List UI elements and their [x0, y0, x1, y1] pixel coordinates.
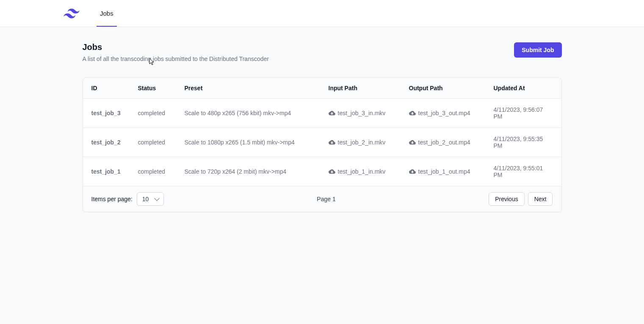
- input-path-text: test_job_2_in.mkv: [338, 139, 386, 146]
- cell-input: test_job_2_in.mkv: [320, 128, 401, 157]
- table-footer: Items per page: 10 Page 1 Previous Next: [83, 186, 561, 212]
- items-per-page-select[interactable]: 10: [137, 192, 164, 206]
- jobs-card: ID Status Preset Input Path Output Path …: [83, 78, 562, 212]
- previous-button[interactable]: Previous: [489, 192, 524, 206]
- logo[interactable]: [64, 0, 80, 27]
- table-row: test_job_1 completed Scale to 720p x264 …: [83, 157, 561, 186]
- cell-preset: Scale to 480p x265 (756 kbit) mkv->mp4: [176, 99, 320, 128]
- cell-updated: 4/11/2023, 9:56:07 PM: [485, 99, 561, 128]
- cell-status: completed: [130, 99, 176, 128]
- cell-output: test_job_3_out.mp4: [401, 99, 485, 128]
- cloud-download-icon[interactable]: [329, 110, 335, 116]
- page-title: Jobs: [83, 42, 269, 52]
- col-header-input: Input Path: [320, 78, 401, 99]
- tab-jobs[interactable]: Jobs: [97, 0, 117, 27]
- next-button[interactable]: Next: [528, 192, 553, 206]
- cell-preset: Scale to 1080p x265 (1.5 mbit) mkv->mp4: [176, 128, 320, 157]
- col-header-preset: Preset: [176, 78, 320, 99]
- page-indicator: Page 1: [317, 196, 335, 202]
- submit-job-label: Submit Job: [522, 47, 554, 53]
- cloud-download-icon[interactable]: [409, 110, 416, 116]
- input-path-text: test_job_3_in.mkv: [338, 110, 386, 116]
- col-header-updated: Updated At: [485, 78, 561, 99]
- nav: Jobs: [97, 0, 117, 27]
- cell-preset: Scale to 720p x264 (2 mbit) mkv->mp4: [176, 157, 320, 186]
- cloud-download-icon[interactable]: [329, 139, 335, 146]
- output-path-text: test_job_1_out.mp4: [418, 168, 470, 175]
- col-header-id: ID: [83, 78, 130, 99]
- cell-status: completed: [130, 157, 176, 186]
- cell-updated: 4/11/2023, 9:55:35 PM: [485, 128, 561, 157]
- output-path-text: test_job_3_out.mp4: [418, 110, 470, 116]
- col-header-status: Status: [130, 78, 176, 99]
- cell-id: test_job_3: [83, 99, 130, 128]
- next-label: Next: [534, 196, 547, 202]
- input-path-text: test_job_1_in.mkv: [338, 168, 386, 175]
- cell-output: test_job_1_out.mp4: [401, 157, 485, 186]
- jobs-table: ID Status Preset Input Path Output Path …: [83, 78, 561, 186]
- cell-input: test_job_3_in.mkv: [320, 99, 401, 128]
- previous-label: Previous: [495, 196, 518, 202]
- cloud-download-icon[interactable]: [329, 168, 335, 175]
- output-path-text: test_job_2_out.mp4: [418, 139, 470, 146]
- col-header-output: Output Path: [401, 78, 485, 99]
- cell-id: test_job_2: [83, 128, 130, 157]
- items-per-page-select-wrap: 10: [137, 192, 164, 206]
- table-row: test_job_3 completed Scale to 480p x265 …: [83, 99, 561, 128]
- cell-output: test_job_2_out.mp4: [401, 128, 485, 157]
- page-head: Jobs A list of all the transcoding jobs …: [83, 42, 562, 62]
- cell-id: test_job_1: [83, 157, 130, 186]
- app-header: Jobs: [0, 0, 644, 27]
- page-description: A list of all the transcoding jobs submi…: [83, 55, 269, 62]
- tab-jobs-label: Jobs: [100, 10, 113, 17]
- submit-job-button[interactable]: Submit Job: [514, 42, 561, 58]
- cell-status: completed: [130, 128, 176, 157]
- tailwind-logo-icon: [64, 8, 80, 19]
- cloud-download-icon[interactable]: [409, 168, 416, 175]
- cell-updated: 4/11/2023, 9:55:01 PM: [485, 157, 561, 186]
- cell-input: test_job_1_in.mkv: [320, 157, 401, 186]
- items-per-page-label: Items per page:: [91, 196, 133, 202]
- table-row: test_job_2 completed Scale to 1080p x265…: [83, 128, 561, 157]
- cloud-download-icon[interactable]: [409, 139, 416, 146]
- main-content: Jobs A list of all the transcoding jobs …: [72, 27, 572, 227]
